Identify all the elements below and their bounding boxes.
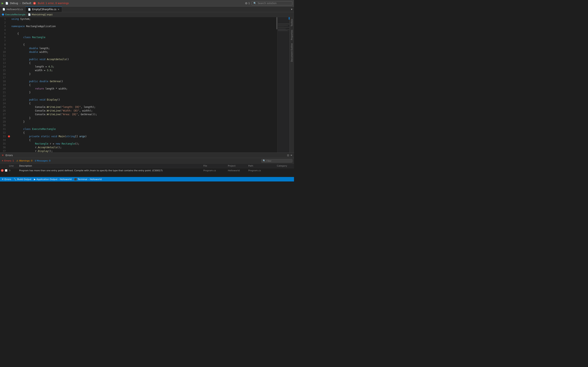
line-number-25: 25 [0, 105, 7, 109]
code-line-2: 2 [0, 21, 277, 25]
status-errors-btn[interactable]: ✕ Errors [2, 178, 11, 181]
error-row-0-checkbox[interactable] [5, 169, 7, 172]
svg-rect-4 [278, 25, 288, 26]
errors-count-warnings[interactable]: ⚠ Warnings: 0 [16, 159, 33, 162]
svg-rect-3 [278, 25, 286, 25]
code-editor[interactable]: 1using System;2 3namespace RectangleAppl… [0, 17, 277, 152]
build-error-icon: ✕ [33, 2, 36, 5]
svg-rect-8 [278, 29, 286, 29]
line-content-11 [11, 54, 277, 58]
tab-helloworld[interactable]: 📄 Helloworld.cs [0, 7, 26, 12]
error-row-0[interactable]: ✕ 9 Program has more than one entry poin… [0, 168, 294, 173]
svg-text:✕: ✕ [34, 2, 35, 4]
run-button[interactable]: ▶ [2, 2, 4, 5]
breadcrumb-class-icon: 🔷 [2, 13, 4, 16]
code-line-5: 5 { [0, 32, 277, 35]
search-solution-label[interactable]: Search solution [258, 2, 277, 5]
errors-title-label: Errors [6, 154, 13, 157]
debug-config-label[interactable]: Debug [10, 2, 18, 5]
line-number-17: 17 [0, 76, 7, 80]
errors-search-box[interactable]: 🔍 [261, 159, 292, 162]
errors-expand-icon[interactable]: ⊡ [287, 154, 289, 157]
errors-warning-icon: ⚠ [16, 159, 18, 162]
error-row-0-path: Program.cs [248, 169, 277, 172]
line-content-19: { [11, 83, 277, 87]
breadcrumb-method[interactable]: Main(string[] args) [32, 13, 52, 16]
line-content-24: { [11, 101, 277, 105]
code-line-36: 36 r.Acceptdetails(); [0, 146, 277, 149]
col-header-path: Path [248, 165, 277, 167]
tab-close-empty[interactable]: ✕ [58, 8, 60, 11]
col-header-file: File [203, 165, 228, 167]
tab-label-helloworld: Helloworld.cs [7, 8, 23, 11]
gear-count: 1 [248, 2, 250, 5]
tabs-more-button[interactable]: ▾ [289, 7, 294, 12]
line-number-29: 29 [0, 120, 7, 124]
line-number-7: 7 [0, 39, 7, 43]
minimap [277, 17, 290, 152]
toolbar-doc-icon: 📄 [5, 2, 8, 5]
col-header-line: Line [9, 165, 19, 167]
code-line-29: 29 } [0, 120, 277, 124]
status-build-output-label: Build Output [17, 178, 31, 181]
errors-count-messages-label: Messages: 0 [36, 159, 51, 162]
code-line-17: 17 [0, 76, 277, 80]
errors-count-errors[interactable]: ✕ Errors: 1 [2, 159, 14, 162]
line-number-23: 23 [0, 98, 7, 101]
error-row-0-icon: ✕ [1, 169, 5, 172]
code-line-16: 16 } [0, 72, 277, 76]
minimap-svg [277, 17, 290, 152]
scroll-indicator[interactable] [276, 17, 277, 152]
errors-count-warnings-label: Warnings: 0 [19, 159, 33, 162]
code-line-6: 6 class Rectangle [0, 35, 277, 39]
errors-close-icon[interactable]: ✕ [290, 154, 292, 157]
default-config-label[interactable]: Default [22, 2, 31, 5]
line-content-31: class ExecuteRectangle [11, 127, 277, 131]
code-line-19: 19 { [0, 83, 277, 87]
errors-filter-bar: ✕ Errors: 1 ⚠ Warnings: 0 ℹ Messages: 0 … [0, 158, 294, 164]
errors-filter-input[interactable] [267, 160, 291, 162]
col-header-category: Category [277, 165, 293, 167]
code-line-12: 12 public void Acceptdetails() [0, 58, 277, 61]
errors-count-messages[interactable]: ℹ Messages: 0 [35, 159, 51, 162]
line-number-1: 1 [0, 17, 7, 21]
document-outline-label[interactable]: Document Outline [291, 43, 293, 62]
main-content-area: 1using System;2 3namespace RectangleAppl… [0, 17, 294, 152]
search-solution-box[interactable]: 🔍 Search solution [251, 1, 292, 5]
col-header-desc: Description [19, 165, 203, 167]
line-content-22 [11, 94, 277, 98]
line-number-5: 5 [0, 32, 7, 35]
status-build-output-btn[interactable]: 🔧 Build Output [14, 178, 31, 181]
line-content-30 [11, 124, 277, 127]
code-line-20: 20 return length * width; [0, 87, 277, 91]
error-row-0-project: Helloworld [228, 169, 248, 172]
code-line-22: 22 [0, 94, 277, 98]
status-app-output-btn[interactable]: ▶ Application Output - Helloworld [34, 178, 72, 181]
line-content-37: r.Display(); [11, 149, 277, 152]
svg-rect-7 [278, 28, 287, 28]
line-number-10: 10 [0, 50, 7, 54]
breakpoint-33[interactable] [8, 135, 10, 137]
line-content-29: } [11, 120, 277, 124]
line-content-27: Console.WriteLine("Area: {0}", GetArea()… [11, 113, 277, 116]
tab-empty-csharp[interactable]: 📄 EmptyCSharpFile.cs ✕ [26, 7, 62, 12]
errors-panel: ✕ Errors ⊡ ✕ ✕ Errors: 1 ⚠ Warnings: 0 ℹ… [0, 152, 294, 177]
code-line-35: 35 Rectangle r = new Rectangle(); [0, 142, 277, 146]
breadcrumb-class[interactable]: ExecuteRectangle [5, 13, 26, 16]
status-terminal-btn[interactable]: ⬛ Terminal – Helloworld [74, 178, 102, 181]
line-number-19: 19 [0, 83, 7, 87]
tab-icon-helloworld: 📄 [2, 8, 5, 11]
line-number-16: 16 [0, 72, 7, 76]
code-line-25: 25 Console.WriteLine("length: {0}", leng… [0, 105, 277, 109]
error-row-0-check[interactable] [5, 169, 9, 172]
svg-rect-9 [278, 30, 289, 30]
line-number-9: 9 [0, 47, 7, 50]
line-number-37: 37 [0, 149, 7, 152]
line-number-15: 15 [0, 68, 7, 72]
properties-label[interactable]: Properties [291, 30, 293, 40]
toolbox-label[interactable]: Toolbox [291, 19, 293, 26]
code-line-28: 28 } [0, 116, 277, 120]
line-number-36: 36 [0, 146, 7, 149]
error-row-0-file: Program.cs [203, 169, 228, 172]
status-build-icon: 🔧 [14, 178, 17, 181]
